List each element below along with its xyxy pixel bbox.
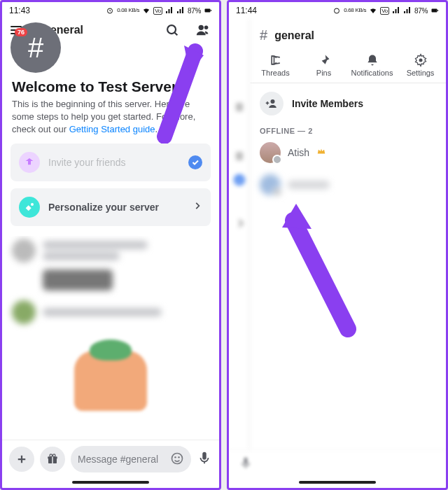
wifi-icon [142, 6, 150, 15]
notification-badge: 76 [15, 28, 27, 36]
drawer-tabs: Threads Pins Notifications Settings [250, 50, 446, 83]
check-icon [188, 155, 202, 169]
status-net: 0.68 KB/s [344, 8, 366, 13]
tab-settings[interactable]: Settings [396, 53, 444, 77]
emoji-icon[interactable] [170, 451, 184, 468]
status-time: 11:44 [236, 6, 257, 15]
home-indicator [299, 481, 376, 484]
sticker-wumpus [62, 330, 160, 414]
gift-button[interactable] [40, 447, 65, 472]
svg-point-10 [50, 454, 52, 457]
svg-rect-9 [52, 456, 53, 463]
signal-icon-2 [403, 6, 412, 15]
mic-button[interactable] [239, 456, 253, 472]
svg-point-19 [419, 59, 422, 62]
channel-name: general [274, 29, 314, 42]
svg-point-11 [52, 454, 55, 457]
svg-rect-17 [432, 9, 438, 13]
signal-icon [392, 6, 400, 15]
invite-friends-card[interactable]: Invite your friends [10, 144, 211, 181]
status-bar: 11:43 0.08 KB/s Vo 87% [2, 2, 219, 18]
svg-rect-2 [211, 10, 211, 11]
chevron-right-icon [192, 201, 202, 214]
avatar [260, 142, 281, 163]
message-placeholder: Message #general [78, 454, 164, 465]
tab-pins[interactable]: Pins [300, 53, 348, 77]
tab-threads[interactable]: Threads [251, 53, 300, 77]
message-input-bar-peek [229, 449, 446, 478]
welcome-title: Welcome to Test Server [12, 78, 209, 95]
welcome-block: Welcome to Test Server This is the begin… [2, 78, 219, 136]
svg-point-12 [172, 453, 183, 463]
members-icon[interactable] [195, 22, 211, 38]
svg-rect-1 [205, 9, 211, 13]
screenshot-left: 11:43 0.08 KB/s Vo 87% 76 # general [0, 0, 221, 490]
personalize-label: Personalize your server [48, 202, 184, 213]
svg-rect-15 [202, 452, 206, 460]
status-bar: 11:44 0.68 KB/s Vo 87% [229, 2, 446, 18]
member-name: Atish [288, 147, 309, 158]
message-input[interactable]: Message #general [71, 446, 191, 472]
getting-started-link[interactable]: Getting Started guide [69, 124, 155, 134]
volte-icon: Vo [380, 7, 389, 15]
invite-members-label: Invite Members [292, 98, 363, 109]
avatar [260, 174, 281, 195]
personalize-card[interactable]: Personalize your server [10, 188, 211, 226]
invite-members-button[interactable]: Invite Members [250, 83, 446, 124]
svg-point-13 [174, 456, 176, 458]
home-indicator [72, 481, 149, 484]
member-row[interactable]: Atish [250, 136, 446, 169]
paint-icon [19, 197, 40, 218]
section-offline: OFFLINE — 2 [250, 124, 446, 136]
tab-notifications[interactable]: Notifications [348, 53, 396, 77]
svg-rect-21 [244, 458, 248, 465]
svg-point-16 [335, 8, 340, 13]
crown-icon [316, 146, 326, 159]
volte-icon: Vo [153, 7, 162, 15]
svg-point-20 [271, 99, 275, 104]
svg-point-6 [31, 203, 34, 206]
battery-icon [204, 6, 212, 15]
status-net: 0.08 KB/s [117, 8, 139, 13]
member-row[interactable] [250, 169, 446, 201]
menu-button[interactable]: 76 [10, 26, 22, 34]
status-battery: 87% [414, 7, 428, 15]
svg-point-4 [199, 24, 204, 29]
status-battery: 87% [188, 7, 201, 15]
add-member-icon [260, 92, 284, 115]
search-icon[interactable] [164, 22, 180, 38]
alarm-icon [106, 6, 114, 15]
battery-icon [430, 6, 439, 15]
annotation-arrow [271, 200, 362, 340]
alarm-icon [332, 6, 341, 15]
svg-rect-18 [438, 10, 438, 11]
message-input-bar: Message #general [2, 440, 219, 478]
members-drawer: # general Threads Pins Notifications Set… [250, 18, 446, 449]
svg-point-3 [167, 25, 176, 34]
svg-point-5 [204, 25, 209, 29]
attach-button[interactable] [9, 447, 34, 472]
hash-icon: # [260, 27, 267, 43]
mic-button[interactable] [197, 450, 212, 468]
status-time: 11:43 [9, 6, 30, 15]
underlying-channel-peek [229, 18, 250, 449]
share-icon [19, 152, 40, 173]
wifi-icon [369, 6, 377, 15]
signal-icon [165, 6, 174, 15]
message-list[interactable] [2, 236, 219, 440]
signal-icon-2 [176, 6, 185, 15]
invite-friends-label: Invite your friends [48, 157, 180, 168]
svg-point-14 [178, 456, 180, 458]
screenshot-right: 11:44 0.68 KB/s Vo 87% [227, 0, 448, 490]
